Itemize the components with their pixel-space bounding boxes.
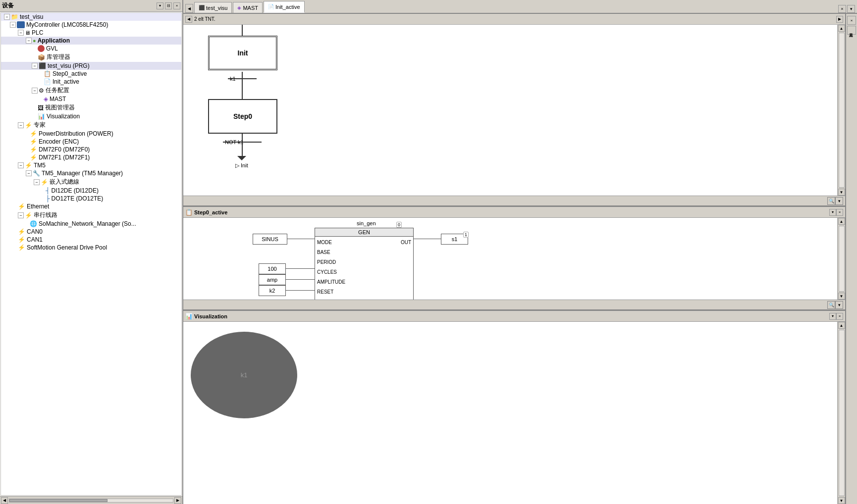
viz-icon: 📊	[38, 113, 45, 120]
pane3-content-row: k1 ▲ ▼	[183, 322, 845, 504]
tree-item-mast[interactable]: ◈ MAST	[1, 95, 181, 103]
tree-item-visualization[interactable]: 📊 Visualization	[1, 112, 181, 120]
scroll-up-btn[interactable]: ▲	[838, 25, 845, 32]
tree-label-libmgr: 库管理器	[47, 53, 70, 61]
task-icon: ⚙	[39, 87, 44, 94]
tree-label-embedded: 嵌入式總線	[50, 178, 79, 186]
scroll-up-btn3[interactable]: ▲	[838, 322, 845, 329]
fbd-sinus-var[interactable]: SINUS	[253, 234, 287, 245]
collapse-icon: −	[18, 162, 24, 168]
collapse-icon: −	[18, 30, 24, 36]
fbd-100-var[interactable]: 100	[259, 263, 286, 274]
pane2-zoom-btn[interactable]: 🔍	[827, 301, 835, 309]
tree-label-tm5mgr: TM5_Manager (TM5 Manager)	[42, 170, 123, 177]
tree-label-expert: 专家	[34, 121, 46, 129]
serial-icon: ⚡	[25, 212, 32, 219]
tree-item-embedded[interactable]: − ⚡ 嵌入式總線	[1, 177, 181, 187]
plc-icon: 🖥	[25, 30, 30, 36]
main-tab-bar: ◀ ⬛ test_visu ◈ MAST 📄 Init_active ×	[183, 0, 857, 14]
tree-item-tm5[interactable]: − ⚡ TM5	[1, 161, 181, 169]
sfc-step-step0[interactable]: Step0	[208, 99, 277, 134]
fbd-k2-var[interactable]: k2	[259, 285, 286, 296]
pane2-content-row: sin_gen 0 GEN MODE	[183, 218, 845, 300]
panel-pin-btn[interactable]: ▾	[157, 2, 163, 9]
tree-item-testvisu[interactable]: − ⬛ test_visu (PRG)	[1, 62, 181, 70]
right-area: ◀ ⬛ test_visu ◈ MAST 📄 Init_active ×	[183, 0, 857, 504]
tree-item-can0[interactable]: ⚡ CAN0	[1, 228, 181, 236]
pane1-down-btn[interactable]: ▾	[835, 197, 843, 205]
tab-nav-left[interactable]: ◀	[185, 4, 193, 13]
tab-area-close[interactable]: ×	[838, 5, 846, 13]
scroll-up-btn2[interactable]: ▲	[838, 218, 845, 225]
tab-testvisu-icon: ⬛	[199, 5, 205, 10]
scroll-thumb[interactable]	[9, 499, 107, 502]
scroll-left-btn[interactable]: ◀	[1, 497, 8, 504]
tree-item-plc[interactable]: − 🖥 PLC	[1, 29, 181, 37]
tree-item-initactive[interactable]: 📄 Init_active	[1, 78, 181, 86]
scroll-right-btn[interactable]: ▶	[174, 497, 181, 504]
rtoolbar-btn1[interactable]: ×	[847, 16, 856, 25]
pane3-close[interactable]: ×	[836, 313, 843, 320]
pane-nav-right[interactable]: ▶	[836, 16, 843, 23]
pane2-down-btn[interactable]: ▾	[835, 301, 843, 309]
folder-icon: 📁	[11, 13, 18, 20]
tree-item-dm72f1[interactable]: ⚡ DM72F1 (DM72F1)	[1, 153, 181, 161]
panel-close-btn[interactable]: ×	[173, 2, 180, 9]
scroll-down-btn2[interactable]: ▼	[838, 293, 845, 300]
tree-item-step0active[interactable]: 📋 Step0_active	[1, 70, 181, 78]
tree-item-ethernet[interactable]: ⚡ Ethernet	[1, 202, 181, 210]
tree-item-softmotion[interactable]: ⚡ SoftMotion General Drive Pool	[1, 244, 181, 252]
di-icon: ┤	[46, 187, 50, 194]
panel-float-btn[interactable]: ⊟	[165, 2, 172, 9]
tree-item-controller[interactable]: − MyController (LMC058LF4250)	[1, 21, 181, 29]
tree-item-expert[interactable]: − ⚡ 专家	[1, 120, 181, 130]
pane2-vscrollbar[interactable]: ▲ ▼	[837, 218, 845, 300]
tree-item-libmgr[interactable]: 📦 库管理器	[1, 52, 181, 62]
tree-item-application[interactable]: − ● Application	[1, 37, 181, 45]
scroll-down-btn[interactable]: ▼	[838, 189, 845, 196]
pane1-vscrollbar[interactable]: ▲ ▼	[837, 25, 845, 196]
can1-icon: ⚡	[18, 236, 25, 243]
pane-nav-left[interactable]: ◀	[185, 16, 192, 23]
tree-item-do12te[interactable]: ├ DO12TE (DO12TE)	[1, 195, 181, 202]
tree-item-somachine[interactable]: 🌐 SoMachine_Network_Manager (So...	[1, 220, 181, 228]
pane2-header: 📋 Step0_active ▾ ×	[183, 207, 845, 218]
right-toolbar: × 工具箱	[845, 14, 857, 504]
tree-label-taskconfig: 任务配置	[46, 86, 69, 95]
pane3-title: Visualization	[194, 313, 227, 319]
pane2-close[interactable]: ×	[836, 209, 843, 216]
tree-hscrollbar[interactable]: ◀ ▶	[0, 496, 182, 504]
bus-icon: ⚡	[41, 179, 48, 186]
tree-item-serial[interactable]: − ⚡ 串行线路	[1, 210, 181, 220]
sfc-step-init[interactable]: Init	[208, 36, 277, 70]
tree-item-powerdist[interactable]: ⚡ PowerDistribution (POWER)	[1, 130, 181, 138]
pane3-vscrollbar[interactable]: ▲ ▼	[837, 322, 845, 504]
pane2-minimize[interactable]: ▾	[829, 209, 836, 216]
tab-area-pin[interactable]: ▾	[847, 5, 855, 13]
rtoolbar-btn2[interactable]: 工具箱	[847, 26, 856, 35]
pane1-zoom-btn[interactable]: 🔍	[827, 197, 835, 205]
tree-item-root[interactable]: − 📁 test_visu	[1, 13, 181, 21]
tree-item-tm5mgr[interactable]: − 🔧 TM5_Manager (TM5 Manager)	[1, 169, 181, 177]
pane3-minimize[interactable]: ▾	[829, 313, 836, 320]
fbd-amp-var[interactable]: amp	[259, 274, 286, 285]
tree-item-can1[interactable]: ⚡ CAN1	[1, 236, 181, 244]
scroll-down-btn3[interactable]: ▼	[838, 497, 845, 504]
tab-testvisu[interactable]: ⬛ test_visu	[194, 2, 232, 13]
left-panel-header: 设备 ▾ ⊟ ×	[0, 0, 182, 12]
tree-item-viewmgr[interactable]: 🖼 视图管理器	[1, 103, 181, 112]
pane-navbar: ◀ 2 elt TNT. ▶	[183, 14, 845, 25]
tree-item-gvl[interactable]: GVL	[1, 45, 181, 52]
device-tree: − 📁 test_visu − MyController (LMC058LF42…	[0, 12, 182, 496]
tree-item-di12de[interactable]: ┤ DI12DE (DI12DE)	[1, 187, 181, 195]
transition-k1-label: k1	[230, 76, 236, 82]
tab-initactive[interactable]: 📄 Init_active	[264, 1, 305, 13]
tree-label-dm72f0: DM72F0 (DM72F0)	[39, 146, 90, 153]
tab-mast[interactable]: ◈ MAST	[233, 2, 263, 13]
tree-item-taskconfig[interactable]: − ⚙ 任务配置	[1, 86, 181, 95]
tree-item-dm72f0[interactable]: ⚡ DM72F0 (DM72F0)	[1, 146, 181, 153]
tree-item-encoder[interactable]: ⚡ Encoder (ENC)	[1, 138, 181, 146]
collapse-icon: −	[32, 88, 38, 94]
fbd-gen-block[interactable]: GEN MODE BASE PERIOD CYCLES A	[315, 228, 414, 300]
collapse-icon: −	[26, 170, 32, 176]
